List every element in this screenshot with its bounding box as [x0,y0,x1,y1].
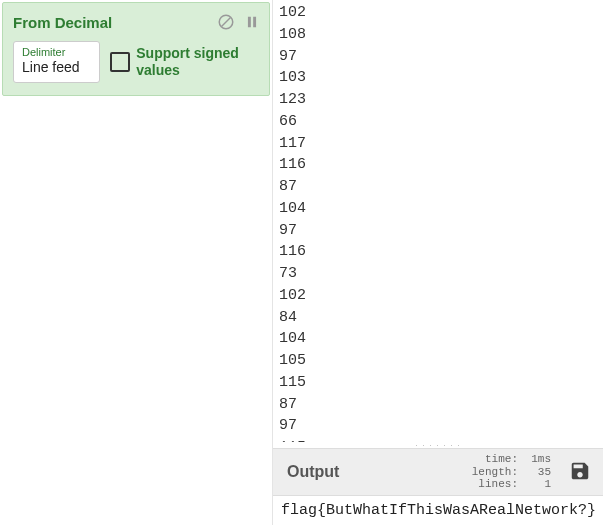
operation-header: From Decimal [13,13,259,31]
input-line: 87 [279,394,597,416]
signed-label: Support signed values [136,45,259,79]
operation-from-decimal[interactable]: From Decimal Delimiter [2,2,270,96]
operation-controls [217,13,259,31]
input-line: 102 [279,285,597,307]
input-line: 73 [279,263,597,285]
input-line: 66 [279,111,597,133]
input-line: 105 [279,350,597,372]
output-header: Output time: 1ms length: 35 lines: 1 [273,448,603,496]
output-text[interactable]: flag{ButWhatIfThisWasARealNetwork?} [273,496,603,525]
input-line: 103 [279,67,597,89]
input-line: 123 [279,89,597,111]
operation-body: Delimiter Line feed Support signed value… [13,41,259,83]
output-title: Output [287,463,339,481]
recipe-panel: From Decimal Delimiter [0,0,273,525]
input-line: 108 [279,24,597,46]
input-line: 84 [279,307,597,329]
input-area[interactable]: 1021089710312366117116871049711673102841… [273,0,603,442]
disable-icon[interactable] [217,13,235,31]
operation-title: From Decimal [13,14,112,31]
input-line: 97 [279,220,597,242]
signed-option[interactable]: Support signed values [110,45,259,79]
input-line: 97 [279,415,597,437]
input-line: 115 [279,372,597,394]
delimiter-select[interactable]: Delimiter Line feed [13,41,100,83]
input-line: 116 [279,241,597,263]
svg-rect-2 [248,17,251,28]
input-line: 104 [279,198,597,220]
output-stats: time: 1ms length: 35 lines: 1 [465,453,551,491]
delimiter-label: Delimiter [22,46,91,58]
input-line: 102 [279,2,597,24]
io-panel: 1021089710312366117116871049711673102841… [273,0,603,525]
input-line: 97 [279,46,597,68]
pause-icon[interactable] [245,15,259,29]
save-icon[interactable] [569,460,591,485]
input-line: 87 [279,176,597,198]
input-line: 104 [279,328,597,350]
input-line: 117 [279,133,597,155]
input-line: 116 [279,154,597,176]
checkbox-icon[interactable] [110,52,130,72]
svg-rect-3 [253,17,256,28]
svg-line-1 [222,18,231,27]
delimiter-value: Line feed [22,59,91,76]
input-line: 115 [279,437,597,442]
